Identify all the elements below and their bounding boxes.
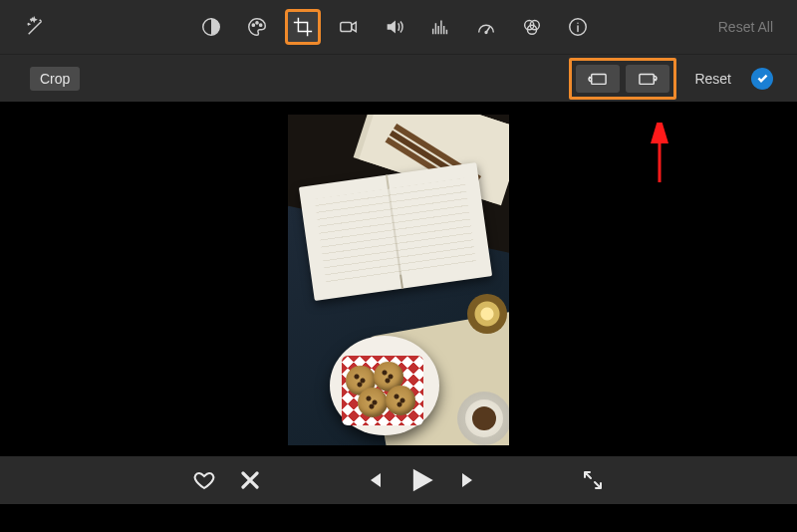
crop-mode-button[interactable]: Crop (30, 67, 80, 91)
previous-button[interactable] (362, 468, 386, 492)
speedometer-icon[interactable] (468, 9, 504, 45)
preview-viewer[interactable] (0, 102, 797, 456)
palette-icon[interactable] (239, 9, 275, 45)
apply-button[interactable] (751, 68, 773, 90)
svg-rect-10 (592, 74, 606, 84)
video-crop-editor: Reset All Crop Reset (0, 0, 797, 532)
svg-rect-4 (341, 22, 352, 31)
svg-point-2 (256, 22, 258, 24)
next-button[interactable] (457, 468, 481, 492)
fullscreen-button[interactable] (581, 468, 605, 492)
reset-button[interactable]: Reset (694, 71, 731, 87)
rotate-clockwise-button[interactable] (626, 65, 669, 93)
svg-rect-11 (640, 74, 654, 84)
reset-all-button[interactable]: Reset All (712, 15, 779, 39)
svg-point-3 (260, 24, 262, 26)
video-camera-icon[interactable] (331, 9, 367, 45)
rotate-button-group (569, 58, 676, 100)
play-button[interactable] (407, 466, 435, 494)
rotate-counterclockwise-button[interactable] (576, 65, 620, 93)
svg-point-1 (252, 24, 254, 26)
crop-icon[interactable] (285, 9, 321, 45)
reject-button[interactable] (238, 468, 262, 492)
filters-icon[interactable] (514, 9, 550, 45)
color-balance-icon[interactable] (193, 9, 229, 45)
equalizer-icon[interactable] (422, 9, 458, 45)
playback-controls (0, 456, 797, 504)
crop-subtoolbar: Crop Reset (0, 54, 797, 102)
magic-wand-icon[interactable] (18, 9, 54, 45)
inspector-toolbar: Reset All (0, 0, 797, 54)
favorite-button[interactable] (192, 468, 216, 492)
speaker-icon[interactable] (377, 9, 412, 45)
info-icon[interactable] (560, 9, 596, 45)
preview-image (288, 115, 509, 445)
bottom-strip (0, 504, 797, 532)
svg-point-5 (485, 32, 487, 34)
